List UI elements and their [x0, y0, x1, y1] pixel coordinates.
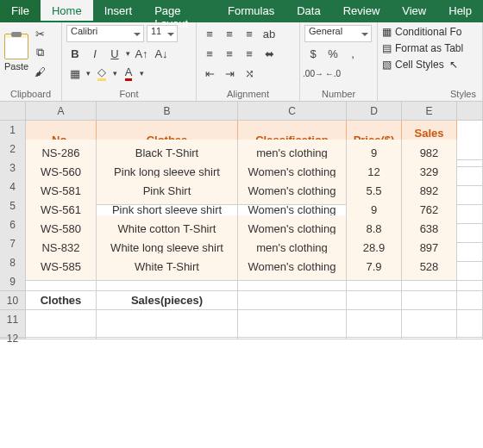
- tab-review[interactable]: Review: [332, 0, 392, 22]
- underline-button[interactable]: U: [106, 45, 123, 62]
- align-top-button[interactable]: ≡: [201, 25, 218, 42]
- decrease-font-button[interactable]: A↓: [153, 45, 170, 62]
- fmt-table-label: Format as Tabl: [395, 42, 463, 54]
- inc-decimal-icon: .00→: [303, 69, 323, 78]
- align-left-icon: ≡: [206, 47, 213, 60]
- tab-help[interactable]: Help: [437, 0, 483, 22]
- increase-font-button[interactable]: A↑: [133, 45, 150, 62]
- group-font: Calibri 11 B I U ▾ A↑ A↓ ▦ ▾ ◇ ▾ A ▾ Fon…: [62, 22, 197, 101]
- currency-button[interactable]: $: [304, 45, 322, 62]
- cut-button[interactable]: ✂: [31, 25, 48, 42]
- clipboard-icon: [4, 34, 28, 59]
- select-all-corner[interactable]: [0, 102, 26, 121]
- increase-decimal-button[interactable]: .00→: [304, 65, 322, 82]
- group-label-font: Font: [66, 87, 191, 101]
- row-header-10[interactable]: 10: [0, 291, 26, 310]
- align-bottom-button[interactable]: ≡: [241, 25, 258, 42]
- number-format-select[interactable]: General: [304, 25, 372, 42]
- outdent-icon: ⇤: [205, 67, 215, 80]
- italic-button[interactable]: I: [86, 45, 104, 62]
- tab-page-layout[interactable]: Page Layout: [143, 0, 216, 22]
- dec-decimal-icon: ←.0: [325, 69, 341, 78]
- cell-empty[interactable]: [238, 291, 347, 310]
- align-middle-button[interactable]: ≡: [221, 25, 238, 42]
- font-color-icon: A: [125, 65, 133, 81]
- tab-home[interactable]: Home: [41, 0, 93, 22]
- group-number: General $ % , .00→ ←.0 Number: [300, 22, 378, 101]
- cell-empty[interactable]: [402, 291, 457, 310]
- col-header-A[interactable]: A: [26, 102, 97, 121]
- rotate-icon: ⤭: [245, 67, 254, 80]
- tab-view[interactable]: View: [391, 0, 437, 22]
- cell-empty[interactable]: [26, 272, 97, 291]
- format-as-table-button[interactable]: ▤Format as Tabl: [382, 41, 478, 55]
- col-header-extra[interactable]: [457, 102, 483, 121]
- increase-indent-button[interactable]: ⇥: [221, 65, 238, 82]
- font-color-button[interactable]: A: [120, 65, 137, 82]
- border-button[interactable]: ▦: [66, 65, 84, 82]
- align-middle-icon: ≡: [226, 28, 233, 40]
- font-size-select[interactable]: 11: [147, 25, 178, 42]
- font-grow-icon: A↑: [135, 47, 147, 60]
- tab-formulas[interactable]: Formulas: [216, 0, 285, 22]
- align-center-icon: ≡: [226, 47, 233, 60]
- col-header-C[interactable]: C: [238, 102, 347, 121]
- conditional-formatting-button[interactable]: ▦Conditional Fo: [382, 25, 478, 39]
- bold-button[interactable]: B: [66, 45, 84, 62]
- brush-icon: 🖌: [34, 65, 46, 78]
- font-name-select[interactable]: Calibri: [66, 25, 144, 42]
- comma-button[interactable]: ,: [344, 45, 361, 62]
- styles-icon: ▧: [382, 59, 392, 71]
- percent-button[interactable]: %: [324, 45, 342, 62]
- decrease-decimal-button[interactable]: ←.0: [324, 65, 342, 82]
- merge-button[interactable]: ⬌: [260, 45, 278, 62]
- paste-button[interactable]: Paste: [4, 34, 28, 72]
- copy-button[interactable]: ⧉: [31, 44, 48, 61]
- wrap-text-button[interactable]: ab: [260, 25, 278, 42]
- chevron-down-icon: ▾: [113, 69, 117, 78]
- decrease-indent-button[interactable]: ⇤: [201, 65, 218, 82]
- cell-empty[interactable]: [457, 272, 483, 291]
- cell-empty[interactable]: [347, 291, 402, 310]
- cell-empty[interactable]: [238, 272, 347, 291]
- cell-styles-button[interactable]: ▧Cell Styles↖: [382, 58, 478, 72]
- tab-data[interactable]: Data: [285, 0, 331, 22]
- italic-icon: I: [93, 47, 97, 60]
- align-center-button[interactable]: ≡: [221, 45, 238, 62]
- row-header-9[interactable]: 9: [0, 272, 26, 291]
- summary-sales-label[interactable]: Sales(pieces): [97, 291, 238, 310]
- wrap-icon: ab: [263, 28, 275, 40]
- group-alignment: ≡ ≡ ≡ ab ≡ ≡ ≡ ⬌ ⇤ ⇥ ⤭ Alignment: [197, 22, 300, 101]
- col-header-B[interactable]: B: [97, 102, 238, 121]
- worksheet[interactable]: ABCDE1No.ClothesClassificationPrice($)Sa…: [0, 102, 483, 348]
- orientation-button[interactable]: ⤭: [241, 65, 258, 82]
- cell-empty[interactable]: [347, 272, 402, 291]
- row-header-12[interactable]: 12: [0, 329, 26, 338]
- cell-empty[interactable]: [402, 272, 457, 291]
- border-icon: ▦: [70, 67, 80, 80]
- cell-empty[interactable]: [457, 329, 483, 338]
- copy-icon: ⧉: [36, 46, 44, 59]
- format-painter-button[interactable]: 🖌: [31, 63, 48, 80]
- summary-clothes-label[interactable]: Clothes: [26, 291, 97, 310]
- align-left-button[interactable]: ≡: [201, 45, 218, 62]
- align-right-button[interactable]: ≡: [241, 45, 258, 62]
- tab-file[interactable]: File: [0, 0, 41, 22]
- merge-icon: ⬌: [265, 47, 274, 60]
- table-icon: ▤: [382, 42, 392, 54]
- cell-empty[interactable]: [26, 329, 97, 338]
- cell-empty[interactable]: [457, 291, 483, 310]
- col-header-D[interactable]: D: [347, 102, 402, 121]
- indent-icon: ⇥: [225, 67, 235, 80]
- cell-empty[interactable]: [238, 329, 347, 338]
- cell-empty[interactable]: [347, 329, 402, 338]
- cell-empty[interactable]: [97, 272, 238, 291]
- fill-color-button[interactable]: ◇: [93, 65, 110, 82]
- cursor-icon: ↖: [449, 59, 458, 71]
- col-header-E[interactable]: E: [402, 102, 457, 121]
- cell-empty[interactable]: [402, 329, 457, 338]
- tab-insert[interactable]: Insert: [93, 0, 144, 22]
- cond-fmt-label: Conditional Fo: [395, 26, 461, 38]
- cell-empty[interactable]: [97, 329, 238, 338]
- bucket-icon: ◇: [97, 65, 106, 81]
